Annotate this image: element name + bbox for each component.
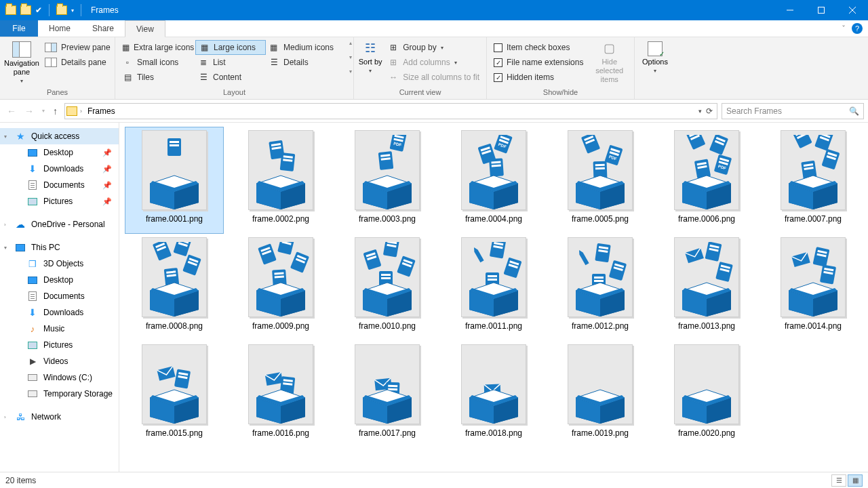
layout-details[interactable]: ☰Details — [266, 55, 336, 70]
back-button[interactable]: ← — [7, 106, 16, 117]
file-name: frame.0011.png — [465, 317, 522, 331]
tab-view[interactable]: View — [125, 20, 165, 37]
size-columns-icon: ↔ — [388, 73, 399, 82]
refresh-button[interactable]: ⟳ — [706, 106, 713, 116]
tree-temp-storage[interactable]: Temporary Storage — [0, 386, 119, 402]
group-by-button[interactable]: ⊞Group by▾ — [385, 40, 482, 55]
file-item[interactable]: frame.0019.png — [551, 341, 650, 448]
tree-documents[interactable]: Documents📌 — [0, 177, 119, 193]
address-dropdown-icon[interactable]: ▾ — [698, 108, 702, 115]
layout-scroll-up[interactable]: ▴ — [349, 40, 352, 46]
tree-c-drive[interactable]: Windows (C:) — [0, 369, 119, 386]
file-thumbnail — [355, 237, 420, 317]
item-count: 20 items — [5, 476, 36, 485]
layout-list[interactable]: ≣List — [195, 55, 266, 70]
tree-this-pc[interactable]: ▾This PC — [0, 239, 119, 256]
layout-tiles[interactable]: ▤Tiles — [119, 70, 190, 85]
tab-file[interactable]: File — [0, 20, 38, 37]
options-button[interactable]: Options ▾ — [639, 40, 671, 75]
file-item[interactable]: frame.0001.png — [125, 127, 224, 234]
tree-pictures[interactable]: Pictures📌 — [0, 193, 119, 209]
file-item[interactable]: frame.0008.png — [125, 234, 224, 341]
help-icon[interactable]: ? — [852, 23, 863, 34]
file-item[interactable]: frame.0011.png — [444, 234, 543, 341]
layout-medium-icons[interactable]: ▦Medium icons — [266, 40, 336, 55]
tree-downloads-2[interactable]: ⬇Downloads — [0, 304, 119, 321]
layout-content[interactable]: ☰Content — [195, 70, 266, 85]
tree-quick-access[interactable]: ▾★Quick access — [0, 128, 119, 144]
file-thumbnail — [142, 130, 207, 210]
file-item[interactable]: frame.0015.png — [125, 341, 224, 448]
tree-pictures-2[interactable]: Pictures — [0, 337, 119, 353]
tree-music[interactable]: ♪Music — [0, 321, 119, 337]
qat-open-icon[interactable] — [20, 5, 31, 15]
tree-documents-2[interactable]: Documents — [0, 288, 119, 304]
forward-button[interactable]: → — [24, 106, 34, 117]
maximize-button[interactable] — [806, 0, 837, 20]
svg-marker-151 — [472, 246, 484, 262]
tree-videos[interactable]: ▶Videos — [0, 353, 119, 369]
address-bar[interactable]: › Frames ▾ ⟳ — [64, 103, 717, 119]
qat-separator — [49, 4, 50, 16]
up-button[interactable]: ↑ — [53, 106, 58, 117]
qat-check-icon[interactable]: ✔ — [35, 5, 42, 15]
desktop-icon — [28, 277, 37, 284]
file-name: frame.0002.png — [252, 210, 309, 224]
qat-folder-icon[interactable] — [56, 5, 67, 15]
file-item[interactable]: PDF frame.0004.png — [444, 127, 543, 234]
tree-desktop-2[interactable]: Desktop — [0, 272, 119, 288]
file-ext-toggle[interactable]: ✓File name extensions — [491, 55, 586, 70]
hidden-items-toggle[interactable]: ✓Hidden items — [491, 70, 586, 85]
file-item[interactable]: frame.0002.png — [231, 127, 330, 234]
small-icons-icon: ▫ — [122, 58, 133, 67]
size-columns-button[interactable]: ↔Size all columns to fit — [385, 70, 482, 85]
file-item[interactable]: frame.0012.png — [551, 234, 650, 341]
file-item[interactable]: frame.0010.png — [338, 234, 437, 341]
view-large-icons-button[interactable]: ▦ — [848, 474, 863, 487]
ribbon-collapse-icon[interactable]: ˇ — [842, 24, 845, 33]
tree-network[interactable]: ›🖧Network — [0, 409, 119, 425]
layout-small-icons[interactable]: ▫Small icons — [119, 55, 190, 70]
minimize-button[interactable] — [774, 0, 806, 20]
qat-dropdown-icon[interactable]: ▾ — [71, 7, 74, 14]
file-item[interactable]: frame.0014.png — [764, 234, 863, 341]
close-button[interactable] — [837, 0, 868, 20]
layout-expand[interactable]: ▾ — [349, 68, 352, 75]
tab-home[interactable]: Home — [38, 20, 81, 37]
file-item[interactable]: frame.0007.png — [764, 127, 863, 234]
chevron-right-icon[interactable]: › — [80, 108, 82, 115]
tree-3d-objects[interactable]: ❒3D Objects — [0, 256, 119, 272]
item-check-boxes-toggle[interactable]: Item check boxes — [491, 40, 586, 55]
history-dropdown[interactable]: ▾ — [42, 108, 45, 114]
tree-desktop[interactable]: Desktop📌 — [0, 144, 119, 161]
tab-share[interactable]: Share — [81, 20, 125, 37]
add-columns-button[interactable]: ⊞Add columns▾ — [385, 55, 482, 70]
hide-selected-button[interactable]: ▢ Hide selected items — [589, 40, 630, 84]
file-item[interactable]: PDF frame.0003.png — [338, 127, 437, 234]
preview-pane-button[interactable]: Preview pane — [42, 40, 113, 55]
navigation-pane-button[interactable]: Navigation pane ▾ — [4, 40, 39, 85]
file-item[interactable]: frame.0017.png — [338, 341, 437, 448]
file-item[interactable]: frame.0013.png — [657, 234, 756, 341]
search-input[interactable]: Search Frames 🔍 — [722, 103, 864, 119]
layout-large-icons[interactable]: ▦Large icons — [195, 40, 266, 55]
file-item[interactable]: PDF frame.0005.png — [551, 127, 650, 234]
layout-scroll-down[interactable]: ▾ — [349, 54, 352, 60]
file-item[interactable]: frame.0009.png — [231, 234, 330, 341]
tree-downloads[interactable]: ⬇Downloads📌 — [0, 161, 119, 177]
checkbox-unchecked-icon — [494, 43, 502, 52]
details-pane-button[interactable]: Details pane — [42, 55, 113, 70]
file-item[interactable]: frame.0018.png — [444, 341, 543, 448]
svg-rect-194 — [813, 247, 830, 267]
file-item[interactable]: frame.0016.png — [231, 341, 330, 448]
sort-by-button[interactable]: ☷ Sort by ▾ — [358, 40, 382, 74]
tree-onedrive[interactable]: ›☁OneDrive - Personal — [0, 216, 119, 232]
layout-extra-large-icons[interactable]: ▦Extra large icons — [119, 40, 190, 55]
status-bar: 20 items ☰ ▦ — [0, 472, 868, 488]
breadcrumb[interactable]: Frames — [85, 106, 118, 116]
file-item[interactable]: PDF frame.0006.png — [657, 127, 756, 234]
file-item[interactable]: frame.0020.png — [657, 341, 756, 448]
view-details-button[interactable]: ☰ — [831, 474, 846, 487]
svg-rect-27 — [378, 151, 394, 170]
file-thumbnail — [781, 237, 846, 317]
